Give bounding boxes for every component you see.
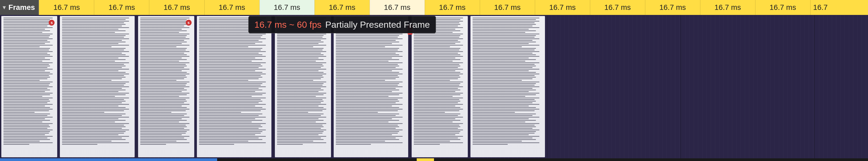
frame-screenshot-empty[interactable] (814, 15, 868, 158)
page-preview: s (1, 16, 135, 157)
frame-screenshot-hovered[interactable]: 16.7 ms ~ 60 fps Partially Presented Fra… (274, 15, 410, 158)
collapse-triangle-icon[interactable]: ▼ (2, 4, 7, 11)
frames-track-label: Frames (8, 3, 35, 12)
frame-screenshot-empty[interactable] (547, 15, 681, 158)
tooltip-time: 16.7 ms ~ 60 fps (254, 20, 321, 30)
frame-interval-cell[interactable]: 16.7 ms (39, 0, 94, 15)
frame-interval-cell[interactable]: 16.7 ms (645, 0, 700, 15)
frame-screenshot-empty[interactable] (681, 15, 814, 158)
frame-interval-cell[interactable]: 16.7 ms (204, 0, 259, 15)
preview-column (60, 16, 135, 157)
frame-interval-cell[interactable]: 16.7 ms (755, 0, 810, 15)
frame-screenshot[interactable] (410, 15, 547, 158)
preview-column (197, 16, 272, 157)
frame-interval-cell[interactable]: 16.7 ms (425, 0, 480, 15)
frame-interval-cell[interactable]: 16.7 ms (259, 0, 314, 15)
footer-segment (0, 158, 217, 161)
frames-track-header[interactable]: ▼ Frames (0, 0, 39, 15)
frame-interval-cell[interactable]: 16.7 ms (94, 0, 149, 15)
frame-tooltip: 16.7 ms ~ 60 fps Partially Presented Fra… (248, 16, 436, 33)
error-badge-icon: s (186, 20, 192, 26)
page-preview (412, 16, 545, 157)
preview-column: s (138, 16, 194, 157)
preview-column (412, 16, 468, 157)
page-preview (275, 16, 408, 157)
frame-screenshot[interactable]: s (137, 15, 274, 158)
frame-screenshot[interactable]: s (0, 15, 137, 158)
footer-segment (417, 158, 434, 161)
preview-column (334, 16, 408, 157)
frames-screenshot-row: s s 16.7 ms ~ 60 fps Partially Presented… (0, 15, 868, 158)
frames-header-row: ▼ Frames 16.7 ms 16.7 ms 16.7 ms 16.7 ms… (0, 0, 868, 15)
frame-interval-cell[interactable]: 16.7 (810, 0, 868, 15)
frame-interval-cell[interactable]: 16.7 ms (700, 0, 755, 15)
tooltip-label: Partially Presented Frame (325, 20, 430, 30)
frame-interval-cell[interactable]: 16.7 ms (480, 0, 535, 15)
frame-interval-cell[interactable]: 16.7 ms (590, 0, 645, 15)
frame-interval-cell[interactable]: 16.7 ms (149, 0, 204, 15)
devtools-frames-panel: ▼ Frames 16.7 ms 16.7 ms 16.7 ms 16.7 ms… (0, 0, 868, 161)
footer-segment (217, 158, 417, 161)
footer-segment (434, 158, 868, 161)
preview-column (275, 16, 331, 157)
preview-column: s (1, 16, 57, 157)
timeline-footer-strip (0, 158, 868, 161)
frame-interval-cell[interactable]: 16.7 ms (535, 0, 590, 15)
preview-column (470, 16, 545, 157)
page-preview: s (138, 16, 271, 157)
frame-interval-cell[interactable]: 16.7 ms (314, 0, 370, 15)
frame-interval-cell-hovered[interactable]: 16.7 ms (370, 0, 425, 15)
error-badge-icon: s (49, 20, 55, 26)
